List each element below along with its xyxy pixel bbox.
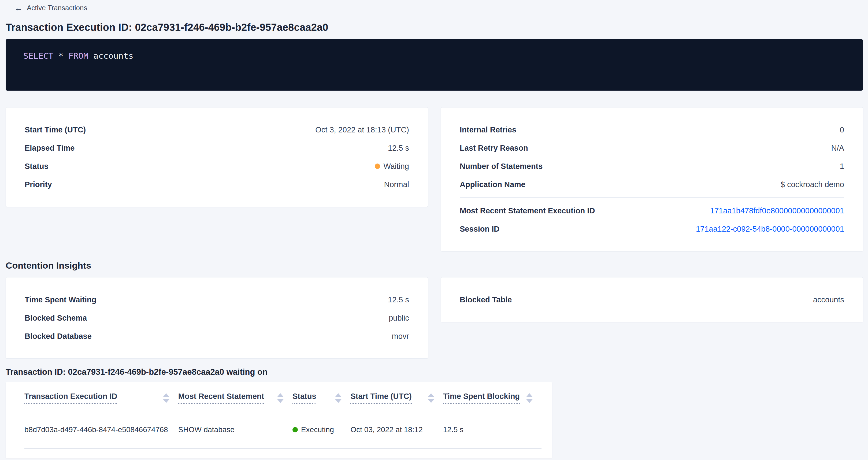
number-of-statements-label: Number of Statements xyxy=(460,162,542,171)
column-header-label: Time Spent Blocking xyxy=(443,392,520,404)
sort-desc-icon xyxy=(163,399,170,403)
sort-desc-icon xyxy=(526,399,533,403)
blocked-schema-label: Blocked Schema xyxy=(25,314,87,323)
blocked-database-row: Blocked Database movr xyxy=(25,327,409,345)
blocked-database-label: Blocked Database xyxy=(25,332,92,341)
session-id-link[interactable]: 171aa122-c092-54b8-0000-000000000001 xyxy=(696,225,844,234)
elapsed-time-label: Elapsed Time xyxy=(25,144,74,153)
application-name-row: Application Name $ cockroach demo xyxy=(460,175,844,193)
last-retry-reason-label: Last Retry Reason xyxy=(460,144,528,153)
column-header-transaction-execution-id[interactable]: Transaction Execution ID xyxy=(24,392,178,404)
session-id-row: Session ID 171aa122-c092-54b8-0000-00000… xyxy=(460,220,844,238)
cell-time-spent-blocking: 12.5 s xyxy=(443,425,541,434)
waiting-on-heading: Transaction ID: 02ca7931-f246-469b-b2fe-… xyxy=(6,367,868,377)
contention-insights-heading: Contention Insights xyxy=(6,260,868,271)
application-name-label: Application Name xyxy=(460,180,525,189)
sort-asc-icon xyxy=(335,393,342,397)
priority-row: Priority Normal xyxy=(25,175,409,193)
back-arrow-icon: ← xyxy=(14,4,23,12)
table-header-row: Transaction Execution ID Most Recent Sta… xyxy=(24,392,541,411)
column-header-most-recent-statement[interactable]: Most Recent Statement xyxy=(178,392,292,404)
column-header-time-spent-blocking[interactable]: Time Spent Blocking xyxy=(443,392,541,404)
internal-retries-row: Internal Retries 0 xyxy=(460,121,844,139)
sort-asc-icon xyxy=(277,393,284,397)
sql-keyword-from: FROM xyxy=(68,51,89,61)
waiting-status-dot-icon xyxy=(375,163,380,169)
status-label: Status xyxy=(25,162,49,171)
contention-cards-row: Time Spent Waiting 12.5 s Blocked Schema… xyxy=(6,277,863,359)
time-spent-waiting-label: Time Spent Waiting xyxy=(25,296,96,304)
cell-transaction-execution-id: b8d7d03a-d497-446b-8474-e50846674768 xyxy=(24,425,178,434)
summary-cards-row: Start Time (UTC) Oct 3, 2022 at 18:13 (U… xyxy=(6,107,863,251)
column-header-label: Most Recent Statement xyxy=(178,392,264,404)
start-time-value: Oct 3, 2022 at 18:13 (UTC) xyxy=(315,125,409,134)
breadcrumb-label: Active Transactions xyxy=(27,4,87,12)
cell-most-recent-statement: SHOW database xyxy=(178,425,292,434)
elapsed-time-row: Elapsed Time 12.5 s xyxy=(25,139,409,157)
sql-table-name: accounts xyxy=(93,51,133,61)
blocked-table-value: accounts xyxy=(813,296,844,304)
sql-statement-box: SELECT * FROM accounts xyxy=(6,39,863,91)
priority-value: Normal xyxy=(384,180,409,189)
sort-desc-icon xyxy=(428,399,435,403)
page-title: Transaction Execution ID: 02ca7931-f246-… xyxy=(6,22,868,33)
waiting-on-table: Transaction Execution ID Most Recent Sta… xyxy=(6,382,552,458)
internal-retries-value: 0 xyxy=(840,125,844,134)
table-row: b8d7d03a-d497-446b-8474-e50846674768 SHO… xyxy=(24,411,541,449)
session-id-label: Session ID xyxy=(460,225,499,234)
blocked-database-value: movr xyxy=(392,332,409,341)
start-time-label: Start Time (UTC) xyxy=(25,125,86,134)
status-value: Waiting xyxy=(375,162,409,171)
column-header-start-time[interactable]: Start Time (UTC) xyxy=(350,392,443,404)
sort-icon[interactable] xyxy=(427,393,435,403)
cell-status: Executing xyxy=(292,425,351,434)
start-time-row: Start Time (UTC) Oct 3, 2022 at 18:13 (U… xyxy=(25,121,409,139)
status-row: Status Waiting xyxy=(25,157,409,175)
number-of-statements-value: 1 xyxy=(840,162,844,171)
blocked-schema-value: public xyxy=(389,314,409,323)
column-header-label: Status xyxy=(292,392,316,404)
sort-desc-icon xyxy=(335,399,342,403)
blocked-table-card: Blocked Table accounts xyxy=(441,277,863,322)
statement-summary-card: Internal Retries 0 Last Retry Reason N/A… xyxy=(441,107,863,251)
last-retry-reason-value: N/A xyxy=(831,144,844,153)
application-name-value: $ cockroach demo xyxy=(781,180,844,189)
sort-desc-icon xyxy=(277,399,284,403)
number-of-statements-row: Number of Statements 1 xyxy=(460,157,844,175)
sort-icon[interactable] xyxy=(162,393,170,403)
sort-asc-icon xyxy=(428,393,435,397)
most-recent-statement-execution-id-link[interactable]: 171aa1b478fdf0e80000000000000001 xyxy=(710,206,844,215)
sort-asc-icon xyxy=(526,393,533,397)
time-spent-waiting-row: Time Spent Waiting 12.5 s xyxy=(25,290,409,309)
last-retry-reason-row: Last Retry Reason N/A xyxy=(460,139,844,157)
time-spent-waiting-value: 12.5 s xyxy=(388,296,409,304)
executing-status-dot-icon xyxy=(292,427,298,432)
internal-retries-label: Internal Retries xyxy=(460,125,516,134)
card-divider xyxy=(460,197,844,198)
transaction-details-page: ← Active Transactions Transaction Execut… xyxy=(0,0,868,460)
status-text: Waiting xyxy=(383,162,409,171)
sort-asc-icon xyxy=(163,393,170,397)
transaction-summary-card: Start Time (UTC) Oct 3, 2022 at 18:13 (U… xyxy=(6,107,428,207)
sort-icon[interactable] xyxy=(525,393,533,403)
sort-icon[interactable] xyxy=(334,393,342,403)
breadcrumb-back-link[interactable]: ← Active Transactions xyxy=(0,0,87,12)
status-text: Executing xyxy=(301,425,334,434)
contention-details-card: Time Spent Waiting 12.5 s Blocked Schema… xyxy=(6,277,428,359)
priority-label: Priority xyxy=(25,180,52,189)
sort-icon[interactable] xyxy=(276,393,284,403)
blocked-table-label: Blocked Table xyxy=(460,296,512,304)
sql-keyword-select: SELECT xyxy=(23,51,53,61)
most-recent-statement-execution-id-label: Most Recent Statement Execution ID xyxy=(460,206,595,215)
sql-star: * xyxy=(58,51,64,61)
blocked-table-row: Blocked Table accounts xyxy=(460,290,844,309)
column-header-label: Transaction Execution ID xyxy=(24,392,117,404)
blocked-schema-row: Blocked Schema public xyxy=(25,309,409,327)
column-header-status[interactable]: Status xyxy=(292,392,351,404)
elapsed-time-value: 12.5 s xyxy=(388,144,409,153)
most-recent-statement-execution-id-row: Most Recent Statement Execution ID 171aa… xyxy=(460,202,844,220)
cell-start-time: Oct 03, 2022 at 18:12 xyxy=(350,425,443,434)
status-value: Executing xyxy=(292,425,343,434)
column-header-label: Start Time (UTC) xyxy=(350,392,411,404)
